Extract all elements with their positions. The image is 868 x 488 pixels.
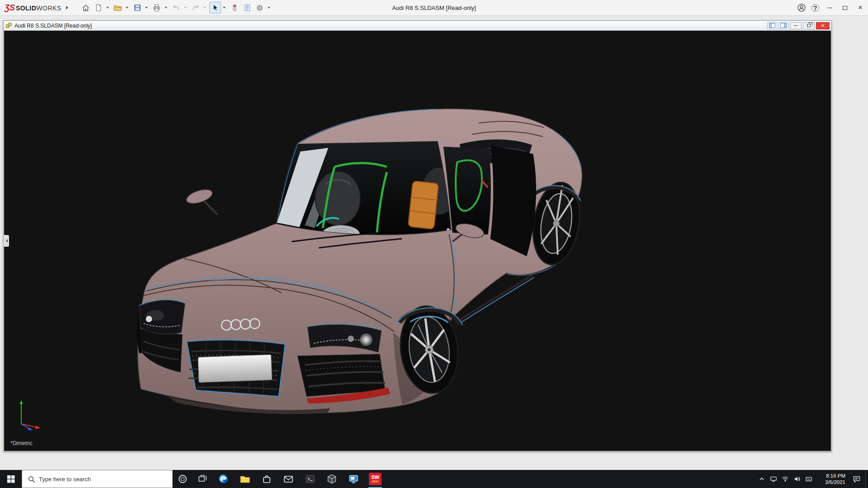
new-document-icon (94, 4, 103, 12)
cortana-button[interactable] (173, 470, 193, 488)
save-button[interactable] (132, 2, 143, 14)
cortana-icon (178, 474, 187, 483)
chevron-up-icon (759, 476, 765, 482)
cube-app-icon (326, 474, 337, 484)
select-arrow-icon (211, 4, 219, 12)
doc-close-icon: × (821, 23, 825, 28)
tray-overflow-button[interactable] (756, 470, 768, 488)
options-dropdown[interactable] (267, 2, 271, 14)
rebuild-icon (231, 4, 239, 12)
app-minimize-button[interactable] (822, 0, 837, 16)
redo-icon (191, 4, 200, 12)
cube-app-button[interactable] (321, 470, 343, 488)
undo-icon (172, 4, 180, 12)
mail-app-button[interactable] (278, 470, 299, 488)
print-icon (152, 4, 161, 12)
document-titlebar[interactable]: Audi R8 S.SLDASM [Read-only] × (4, 21, 831, 31)
show-desktop-button[interactable] (865, 470, 868, 488)
tray-monitor-button[interactable] (768, 470, 779, 488)
open-dropdown[interactable] (125, 2, 129, 14)
feature-manager-collapse-tab[interactable] (4, 235, 9, 247)
solidworks-logo-mark: ƷS (5, 3, 15, 13)
wifi-icon (782, 475, 789, 483)
maximize-icon (843, 6, 847, 10)
file-explorer-app-button[interactable] (234, 470, 256, 488)
options-button[interactable] (254, 2, 266, 14)
taskbar-clock[interactable]: 8:16 PM 3/5/2021 (815, 470, 848, 488)
file-explorer-icon (240, 474, 250, 484)
pane-left-icon (769, 23, 775, 28)
document-title: Audi R8 S.SLDASM [Read-only] (14, 23, 92, 29)
tray-volume-button[interactable] (791, 470, 803, 488)
document-window: Audi R8 S.SLDASM [Read-only] × (3, 20, 832, 452)
file-properties-icon (243, 4, 251, 12)
doc-restore-button[interactable] (803, 22, 815, 29)
search-input[interactable] (39, 476, 172, 483)
file-properties-button[interactable] (241, 2, 253, 14)
desktop: ƷS SOLIDWORKS (0, 0, 868, 488)
home-button[interactable] (80, 2, 92, 14)
save-dropdown[interactable] (144, 2, 149, 14)
new-document-dropdown[interactable] (105, 2, 110, 14)
brand-works-text: WORKS (36, 5, 61, 12)
search-icon (28, 475, 35, 483)
volume-icon (793, 475, 801, 483)
app-titlebar: ƷS SOLIDWORKS (0, 0, 868, 16)
store-app-button[interactable] (256, 470, 278, 488)
titlebar-right-controls: ? × (795, 0, 868, 16)
print-dropdown[interactable] (164, 2, 168, 14)
pane-right-icon (780, 23, 787, 28)
redo-button[interactable] (190, 2, 202, 14)
help-button[interactable]: ? (808, 0, 822, 16)
undo-dropdown[interactable] (183, 2, 188, 14)
doc-restore-icon (807, 24, 811, 27)
new-document-button[interactable] (93, 2, 104, 14)
redo-dropdown[interactable] (203, 2, 207, 14)
document-window-controls: × (767, 22, 830, 29)
app-window-title: Audi R8 S.SLDASM [Read-only] (392, 5, 476, 11)
clock-date: 3/5/2021 (825, 479, 845, 485)
app-maximize-button[interactable] (837, 0, 853, 16)
doc-minimize-icon (794, 25, 797, 26)
menu-expander-icon[interactable] (66, 6, 68, 9)
print-button[interactable] (151, 2, 163, 14)
home-icon (81, 4, 90, 12)
doc-minimize-button[interactable] (790, 22, 802, 29)
close-icon: × (858, 4, 862, 11)
pane-toggle-left-button[interactable] (767, 22, 777, 29)
gear-icon (255, 4, 264, 12)
solidworks-app-button[interactable]: SW 2021 (364, 470, 386, 488)
help-icon: ? (811, 4, 819, 12)
tray-network-button[interactable] (779, 470, 791, 488)
account-button[interactable] (795, 0, 808, 16)
windows-logo-icon (7, 475, 15, 483)
graphics-viewport[interactable]: *Dimetric (4, 31, 831, 451)
task-view-icon (198, 474, 207, 483)
tray-keyboard-button[interactable] (803, 470, 815, 488)
monitor-app-button[interactable] (343, 470, 364, 488)
select-dropdown[interactable] (222, 2, 226, 14)
audi-r8-3d-model (4, 31, 831, 451)
orientation-triad (15, 398, 44, 430)
start-button[interactable] (0, 470, 22, 488)
solidworks-app-icon: SW 2021 (369, 473, 382, 485)
task-view-button[interactable] (193, 470, 212, 488)
brand-solid-text: SOLID (16, 5, 36, 12)
save-icon (133, 4, 142, 12)
doc-close-button[interactable]: × (816, 22, 830, 29)
open-folder-icon (113, 4, 122, 12)
action-center-button[interactable] (848, 470, 865, 488)
pane-toggle-right-button[interactable] (778, 22, 788, 29)
windows-taskbar: SW 2021 8:16 PM 3/5/2021 (0, 470, 868, 488)
terminal-icon (305, 474, 316, 484)
undo-button[interactable] (170, 2, 182, 14)
minimize-icon (827, 8, 832, 8)
open-button[interactable] (112, 2, 124, 14)
taskbar-search[interactable] (22, 470, 173, 488)
select-tool-button[interactable] (209, 2, 221, 14)
terminal-app-button[interactable] (299, 470, 321, 488)
rebuild-button[interactable] (229, 2, 241, 14)
quick-access-toolbar (80, 2, 273, 14)
edge-app-button[interactable] (212, 470, 234, 488)
app-close-button[interactable]: × (853, 0, 868, 16)
